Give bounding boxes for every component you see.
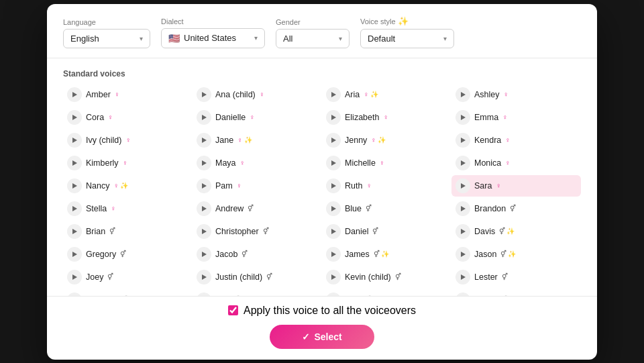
dialect-select[interactable]: 🇺🇸 United States ▾ [161,28,265,48]
voice-item[interactable]: James⚥✨ [322,244,451,265]
play-button[interactable] [326,178,341,193]
svg-marker-19 [461,183,466,189]
play-button[interactable] [67,247,82,262]
voice-item[interactable]: Gregory⚥ [63,244,193,265]
dialect-control: Dialect 🇺🇸 United States ▾ [161,17,265,48]
voice-item[interactable]: Davis⚥✨ [451,221,581,242]
play-button[interactable] [67,201,82,216]
play-button[interactable] [326,133,341,148]
play-button[interactable] [326,224,341,239]
voice-item[interactable]: Jason⚥✨ [451,244,581,265]
voice-item[interactable]: Ashley♀ [451,84,581,105]
voice-item[interactable]: Stella♀ [63,198,193,219]
play-button[interactable] [455,87,470,102]
male-icon: ⚥ [395,273,401,280]
voice-item[interactable]: Jane♀✨ [193,129,322,151]
voice-item[interactable]: Roger⚥ [451,289,581,296]
play-button[interactable] [197,178,211,193]
play-button[interactable] [326,110,341,125]
play-button[interactable] [197,133,211,148]
play-button[interactable] [197,224,211,239]
voice-item[interactable]: Phil⚥ [193,289,322,296]
play-button[interactable] [197,156,211,170]
voice-item[interactable]: Emma♀ [451,107,581,128]
gender-select[interactable]: All ▾ [276,29,350,48]
voice-item[interactable]: Amber♀ [63,84,193,105]
voice-item[interactable]: Joey⚥ [63,266,193,288]
play-button[interactable] [67,87,82,102]
voice-item[interactable]: Michelle♀ [322,152,451,174]
svg-marker-10 [331,138,336,143]
voice-item[interactable]: Aria♀✨ [322,84,451,105]
voice-item[interactable]: Pam♀ [193,175,322,197]
play-button[interactable] [67,110,82,125]
play-button[interactable] [197,87,211,102]
voice-item[interactable]: Justin (child)⚥ [193,266,322,288]
female-icon: ♀ [108,113,113,121]
voice-style-star-icon: ✨ [398,16,409,26]
voice-item[interactable]: Cora♀ [63,107,193,128]
svg-marker-13 [202,160,207,166]
play-button[interactable] [67,133,82,148]
voice-item[interactable]: Blue⚥ [322,198,451,219]
play-button[interactable] [326,156,341,170]
voice-style-control: Voice style ✨ Default ▾ [360,16,454,48]
voice-item[interactable]: Andrew⚥ [193,198,322,219]
voice-item[interactable]: Daniel⚥ [322,221,451,242]
voice-item[interactable]: Ana (child)♀ [193,84,322,105]
play-button[interactable] [455,270,470,284]
svg-marker-32 [72,274,77,280]
voice-item[interactable]: Ruth♀ [322,175,451,197]
voice-item[interactable]: Jenny♀✨ [322,129,451,151]
voice-item[interactable]: Ivy (child)♀ [63,129,193,151]
voice-item[interactable]: Kimberly♀ [63,152,193,174]
voice-item[interactable]: Kevin (child)⚥ [322,266,451,288]
select-button[interactable]: ✓ Select [270,325,374,349]
apply-checkbox[interactable] [228,305,238,315]
voice-icons: ♀✨ [113,182,128,189]
play-button[interactable] [197,201,211,216]
voice-item[interactable]: Christopher⚥ [193,221,322,242]
voice-item[interactable]: Nancy♀✨ [63,175,193,197]
voice-name: Sara [474,181,492,191]
play-button[interactable] [455,201,470,216]
play-button[interactable] [455,156,470,170]
play-button[interactable] [455,224,470,239]
play-button[interactable] [455,110,470,125]
play-button[interactable] [67,156,82,170]
star-icon: ✨ [244,136,252,144]
play-button[interactable] [326,247,341,262]
play-button[interactable] [455,133,470,148]
svg-marker-18 [331,183,336,189]
voice-item[interactable]: Jacob⚥ [193,244,322,265]
language-chevron-icon: ▾ [140,35,143,42]
voice-item[interactable]: Monica♀ [451,152,581,174]
voice-item[interactable]: Danielle♀ [193,107,322,128]
voice-icons: ♀ [237,182,242,189]
voice-item[interactable]: Elizabeth♀ [322,107,451,128]
voice-item[interactable]: Lester⚥ [451,266,581,288]
play-button[interactable] [67,224,82,239]
play-button[interactable] [326,270,341,284]
play-button[interactable] [326,87,341,102]
voice-item[interactable]: Matthew⚥✨ [63,289,193,296]
play-button[interactable] [197,270,211,284]
voice-item[interactable]: Rick⚥ [322,289,451,296]
play-button[interactable] [455,178,470,193]
voice-item[interactable]: Brandon⚥ [451,198,581,219]
voice-item[interactable]: Sara♀ [451,175,581,197]
play-button[interactable] [197,110,211,125]
language-select[interactable]: English ▾ [63,29,150,48]
svg-marker-28 [72,252,77,257]
play-button[interactable] [67,270,82,284]
voice-item[interactable]: Brian⚥ [63,221,193,242]
svg-marker-25 [202,229,207,234]
play-button[interactable] [67,178,82,193]
play-button[interactable] [197,247,211,262]
voice-item[interactable]: Kendra♀ [451,129,581,151]
voice-style-select[interactable]: Default ▾ [360,29,454,48]
apply-checkbox-label[interactable]: Apply this voice to all the voiceovers [228,305,416,317]
play-button[interactable] [326,201,341,216]
voice-item[interactable]: Maya♀ [193,152,322,174]
play-button[interactable] [455,247,470,262]
